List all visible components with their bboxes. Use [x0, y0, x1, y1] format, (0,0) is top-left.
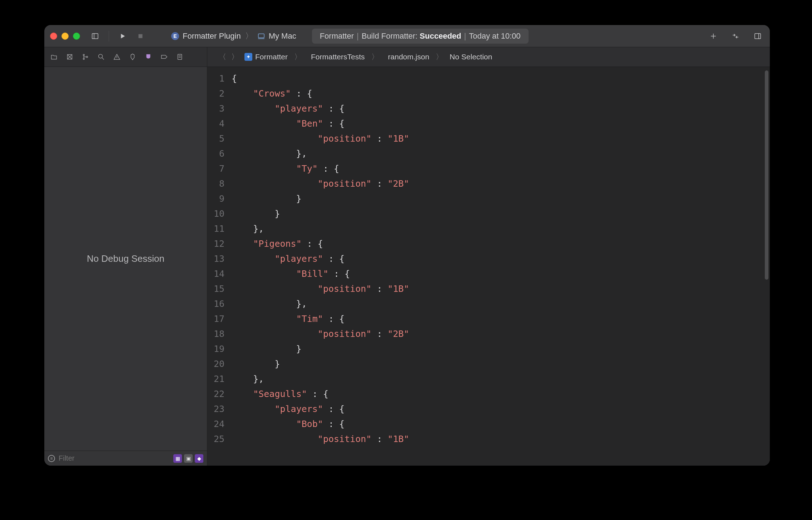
symbol-navigator-icon[interactable] — [81, 53, 89, 61]
line-number: 13 — [207, 251, 224, 266]
jumpbar-crumb-selection[interactable]: No Selection — [450, 53, 492, 61]
punct-token: : { — [323, 103, 345, 114]
code-line[interactable]: "players" : { — [232, 101, 770, 116]
line-number: 11 — [207, 221, 224, 236]
go-back-button[interactable]: 〈 — [219, 52, 226, 62]
punct-token — [232, 419, 296, 429]
line-number: 23 — [207, 402, 224, 417]
code-line[interactable]: }, — [232, 296, 770, 311]
code-line[interactable]: "players" : { — [232, 402, 770, 417]
status-target: Formatter — [320, 31, 354, 41]
find-navigator-icon[interactable] — [97, 53, 105, 61]
code-line[interactable]: "Ty" : { — [232, 161, 770, 176]
code-line[interactable]: "Tim" : { — [232, 311, 770, 327]
toggle-left-sidebar-button[interactable] — [89, 30, 102, 43]
code-line[interactable]: "position" : "2B" — [232, 327, 770, 342]
window-controls — [50, 33, 80, 40]
code-line[interactable]: "Pigeons" : { — [232, 236, 770, 251]
code-line[interactable]: }, — [232, 372, 770, 387]
filter-toggle-2[interactable]: ▣ — [184, 454, 193, 463]
code-editor[interactable]: 1234567891011121314151617181920212223242… — [207, 67, 770, 466]
line-number: 3 — [207, 101, 224, 116]
punct-token: : { — [323, 419, 345, 429]
sidebar-empty-state: No Debug Session — [44, 67, 207, 451]
code-line[interactable]: }, — [232, 146, 770, 161]
jumpbar-crumb-project[interactable]: ✦ Formatter — [244, 53, 288, 61]
code-line[interactable]: "players" : { — [232, 251, 770, 266]
line-number: 22 — [207, 387, 224, 402]
line-number: 7 — [207, 161, 224, 176]
svg-point-15 — [99, 54, 103, 58]
breakpoint-navigator-icon[interactable] — [160, 53, 168, 61]
jumpbar-crumb-folder[interactable]: FormattersTests — [308, 53, 365, 61]
toolbar-right-group — [707, 30, 764, 43]
line-number: 10 — [207, 206, 224, 221]
issue-navigator-icon[interactable] — [113, 53, 121, 61]
punct-token: } — [232, 209, 280, 219]
filter-input[interactable] — [59, 454, 170, 462]
zoom-window-button[interactable] — [73, 33, 80, 40]
code-line[interactable]: "Bill" : { — [232, 266, 770, 281]
scheme-selector[interactable]: E Formatter Plugin 〉 My Mac — [171, 31, 296, 41]
toggle-right-sidebar-button[interactable] — [751, 30, 764, 43]
string-token: "players" — [274, 254, 323, 264]
punct-token — [232, 314, 296, 324]
sidebar-message: No Debug Session — [87, 253, 164, 264]
punct-token — [232, 284, 318, 294]
filter-toggle-3[interactable]: ◆ — [195, 454, 203, 463]
punct-token: : { — [302, 239, 323, 249]
line-number: 16 — [207, 296, 224, 311]
code-line[interactable]: "position" : "1B" — [232, 281, 770, 296]
filter-toggle-1[interactable]: ▦ — [173, 454, 182, 463]
code-line[interactable]: "position" : "2B" — [232, 176, 770, 191]
code-content[interactable]: { "Crows" : { "players" : { "Ben" : { "p… — [228, 67, 770, 466]
punct-token — [232, 434, 318, 444]
report-navigator-icon[interactable] — [176, 53, 184, 61]
debug-navigator-icon[interactable] — [144, 53, 152, 61]
go-forward-button[interactable]: 〉 — [231, 52, 239, 62]
code-line[interactable]: } — [232, 206, 770, 221]
crumb-label: Formatter — [255, 53, 288, 61]
source-control-navigator-icon[interactable] — [66, 53, 74, 61]
code-line[interactable]: "Bob" : { — [232, 417, 770, 432]
string-token: "position" — [318, 133, 372, 144]
code-review-button[interactable] — [729, 30, 742, 43]
code-line[interactable]: }, — [232, 221, 770, 236]
code-line[interactable]: "Ben" : { — [232, 116, 770, 131]
status-separator: | — [464, 31, 466, 41]
punct-token: }, — [232, 224, 264, 234]
activity-status[interactable]: Formatter | Build Formatter: Succeeded |… — [312, 29, 529, 44]
code-line[interactable]: { — [232, 71, 770, 86]
stop-button[interactable] — [134, 30, 147, 43]
test-navigator-icon[interactable] — [129, 53, 137, 61]
punct-token: }, — [232, 299, 307, 309]
punct-token — [232, 389, 253, 399]
close-window-button[interactable] — [50, 33, 57, 40]
code-line[interactable]: "Seagulls" : { — [232, 387, 770, 402]
jumpbar-crumb-file[interactable]: random.json — [385, 53, 430, 61]
extension-icon: E — [171, 32, 179, 40]
project-navigator-icon[interactable] — [50, 53, 58, 61]
code-line[interactable]: "position" : "1B" — [232, 131, 770, 146]
line-number-gutter: 1234567891011121314151617181920212223242… — [207, 67, 228, 466]
line-number: 8 — [207, 176, 224, 191]
punct-token: } — [232, 359, 280, 369]
line-number: 15 — [207, 281, 224, 296]
run-button[interactable] — [116, 30, 129, 43]
line-number: 17 — [207, 311, 224, 327]
code-line[interactable]: } — [232, 357, 770, 372]
punct-token — [232, 239, 253, 249]
code-line[interactable]: "Crows" : { — [232, 86, 770, 101]
minimize-window-button[interactable] — [61, 33, 69, 40]
punct-token — [232, 404, 274, 414]
string-token: "position" — [318, 329, 372, 339]
vertical-scrollbar[interactable] — [765, 70, 768, 280]
code-line[interactable]: } — [232, 342, 770, 357]
punct-token: : — [371, 133, 387, 144]
string-token: "Tim" — [296, 314, 323, 324]
punct-token: : — [371, 178, 387, 189]
scheme-project-name: Formatter Plugin — [183, 31, 241, 41]
code-line[interactable]: } — [232, 191, 770, 206]
add-button[interactable] — [707, 30, 720, 43]
code-line[interactable]: "position" : "1B" — [232, 432, 770, 447]
